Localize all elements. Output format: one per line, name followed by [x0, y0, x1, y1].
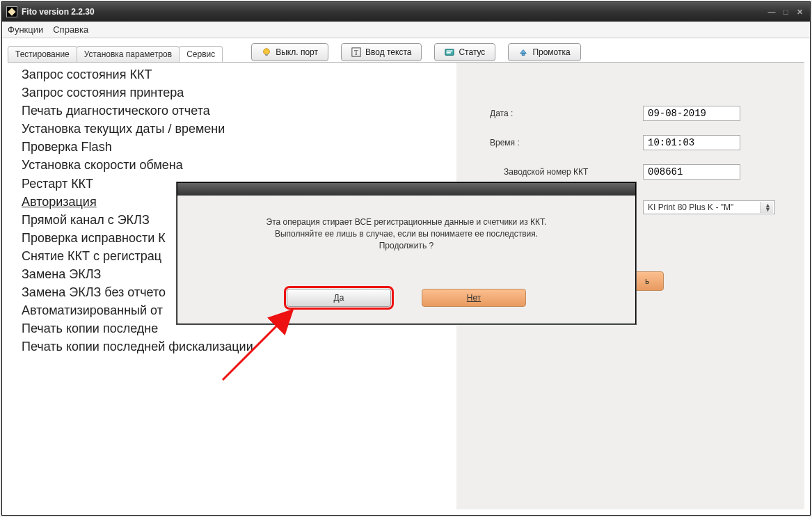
- menu-functions[interactable]: Функции: [8, 24, 43, 35]
- list-item[interactable]: Печать диагностического отчета: [22, 102, 456, 120]
- list-item[interactable]: Установка скорости обмена: [22, 156, 456, 174]
- confirm-dialog: Эта операция стирает ВСЕ регистрационные…: [177, 182, 636, 324]
- list-item[interactable]: Запрос состояния принтера: [22, 83, 456, 102]
- status-icon: [445, 47, 454, 57]
- spin-down-icon[interactable]: ▼: [765, 206, 771, 213]
- tab-testing[interactable]: Тестирование: [8, 46, 77, 62]
- dialog-body: Эта операция стирает ВСЕ регистрационные…: [177, 196, 635, 324]
- close-button[interactable]: ✕: [793, 7, 806, 17]
- window-title: Fito version 2.2.30: [22, 7, 95, 17]
- tab-params[interactable]: Установка параметров: [77, 46, 180, 62]
- list-item[interactable]: Печать копии последней фискализации: [22, 337, 456, 356]
- minimize-button[interactable]: —: [765, 7, 778, 17]
- text-t-icon: T: [351, 47, 361, 57]
- app-icon: [6, 6, 17, 17]
- time-input[interactable]: [643, 135, 740, 150]
- svg-rect-1: [265, 54, 268, 56]
- svg-rect-6: [447, 52, 451, 54]
- tab-strip: Тестирование Установка параметров Сервис: [8, 42, 222, 62]
- svg-rect-5: [447, 50, 453, 51]
- dialog-text-2: Выполняйте ее лишь в случае, если вы пон…: [191, 228, 621, 240]
- svg-rect-8: [523, 54, 525, 56]
- menubar: Функции Справка: [2, 22, 810, 38]
- svg-marker-7: [520, 50, 527, 54]
- list-item[interactable]: Проверка Flash: [22, 138, 456, 156]
- dialog-text-3: Продолжить ?: [191, 240, 621, 252]
- bulb-icon: [262, 47, 271, 57]
- serial-label: Заводской номер ККТ: [469, 167, 643, 177]
- svg-text:T: T: [354, 49, 358, 56]
- tab-service[interactable]: Сервис: [179, 46, 223, 62]
- port-off-button[interactable]: Выкл. порт: [251, 43, 328, 61]
- feed-button[interactable]: Промотка: [508, 43, 580, 61]
- list-item[interactable]: Установка текущих даты / времени: [22, 120, 456, 138]
- time-label: Время :: [469, 138, 643, 148]
- serial-input[interactable]: [643, 164, 740, 180]
- enter-text-button[interactable]: T Ввод текста: [341, 43, 422, 61]
- date-input[interactable]: [643, 106, 740, 121]
- dialog-yes-button[interactable]: Да: [287, 289, 391, 307]
- dialog-no-button[interactable]: Нет: [422, 289, 526, 307]
- maximize-button[interactable]: □: [779, 7, 792, 17]
- date-label: Дата :: [469, 109, 643, 118]
- svg-point-0: [264, 49, 270, 55]
- feed-icon: [518, 47, 528, 57]
- titlebar: Fito version 2.2.30 — □ ✕: [2, 2, 810, 22]
- model-spinner[interactable]: KI Print 80 Plus K - "М" ▲ ▼: [643, 200, 775, 214]
- dialog-titlebar: [177, 183, 635, 196]
- list-item[interactable]: Запрос состояния ККТ: [22, 65, 456, 83]
- menu-help[interactable]: Справка: [53, 24, 88, 35]
- toolbar-row: Тестирование Установка параметров Сервис…: [2, 38, 810, 62]
- dialog-text-1: Эта операция стирает ВСЕ регистрационные…: [191, 216, 621, 228]
- status-button[interactable]: Статус: [434, 43, 495, 61]
